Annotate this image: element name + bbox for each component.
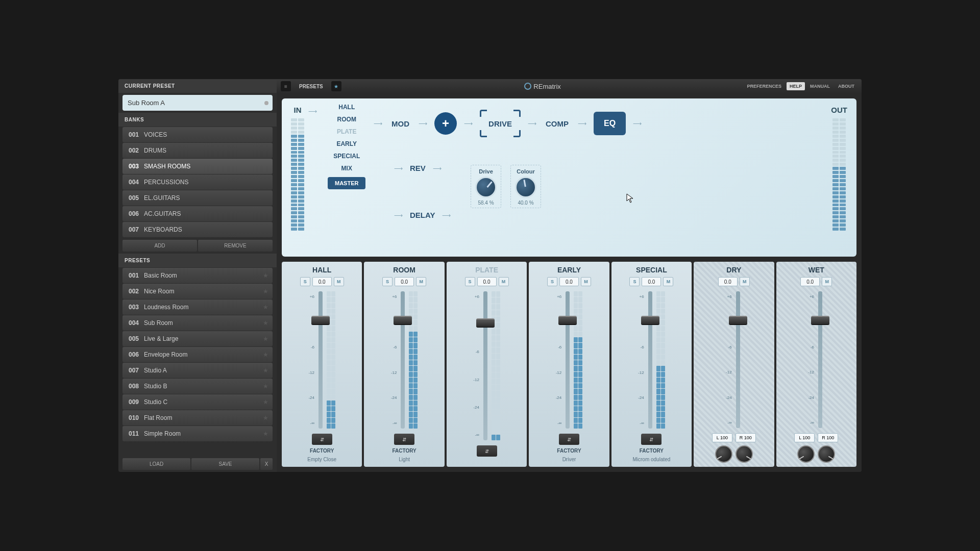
bank-item[interactable]: 004PERCUSSIONS	[122, 174, 273, 190]
star-icon[interactable]: ★	[263, 319, 268, 327]
pan-right-value[interactable]: R 100	[736, 433, 756, 442]
channel-edit-button[interactable]: ⇵	[559, 434, 579, 445]
gain-value[interactable]: 0.0	[395, 277, 414, 286]
solo-button[interactable]: S	[300, 277, 310, 286]
current-preset-input[interactable]: Sub Room A	[122, 95, 273, 111]
fader-handle[interactable]	[641, 316, 659, 325]
about-link[interactable]: ABOUT	[835, 82, 857, 90]
colour-knob[interactable]	[515, 177, 536, 198]
add-button[interactable]: ADD	[122, 240, 197, 252]
fader-track[interactable]	[648, 291, 652, 429]
pan-right-knob[interactable]	[818, 445, 835, 463]
master-button[interactable]: MASTER	[328, 177, 365, 189]
comp-node[interactable]: COMP	[544, 116, 571, 131]
gain-value[interactable]: 0.0	[312, 277, 332, 286]
preset-item[interactable]: 001Basic Room★	[122, 268, 273, 283]
preset-item[interactable]: 011Simple Room★	[122, 426, 273, 441]
preset-item[interactable]: 003Loudness Room★	[122, 299, 273, 315]
manual-link[interactable]: MANUAL	[807, 82, 833, 90]
stage-room[interactable]: ROOM	[337, 116, 356, 123]
channel-edit-button[interactable]: ⇵	[477, 445, 497, 457]
pan-left-knob[interactable]	[715, 445, 732, 463]
mute-button[interactable]: M	[334, 277, 344, 286]
bank-item[interactable]: 001VOICES	[122, 127, 273, 142]
preferences-link[interactable]: PREFERENCES	[744, 82, 785, 90]
preset-item[interactable]: 004Sub Room★	[122, 315, 273, 331]
preset-item[interactable]: 006Envelope Room★	[122, 347, 273, 362]
fader-track[interactable]	[401, 291, 405, 429]
solo-button[interactable]: S	[629, 277, 640, 286]
presets-tab[interactable]: PRESETS	[295, 82, 327, 91]
mute-button[interactable]: M	[822, 277, 832, 286]
star-icon[interactable]: ★	[263, 304, 268, 311]
star-icon[interactable]: ★	[263, 367, 268, 374]
mod-node[interactable]: MOD	[389, 116, 411, 131]
preset-item[interactable]: 008Studio B★	[122, 379, 273, 394]
remove-button[interactable]: REMOVE	[198, 240, 273, 252]
fader-track[interactable]	[318, 291, 323, 429]
mute-button[interactable]: M	[416, 277, 426, 286]
fader-handle[interactable]	[558, 316, 577, 325]
bank-item[interactable]: 005EL.GUITARS	[122, 190, 273, 206]
pan-right-value[interactable]: R 100	[818, 433, 838, 442]
mute-button[interactable]: M	[740, 277, 750, 286]
star-icon[interactable]: ★	[263, 288, 268, 295]
fader-track[interactable]	[566, 291, 570, 429]
fader-handle[interactable]	[394, 316, 412, 325]
solo-button[interactable]: S	[465, 277, 475, 286]
star-icon[interactable]: ★	[263, 272, 268, 279]
fader-handle[interactable]	[729, 316, 747, 325]
star-icon[interactable]: ★	[263, 430, 268, 437]
stage-early[interactable]: EARLY	[336, 140, 357, 147]
gain-value[interactable]: 0.0	[477, 277, 497, 286]
fader-track[interactable]	[736, 291, 740, 428]
mute-button[interactable]: M	[499, 277, 509, 286]
pan-left-value[interactable]: L 100	[712, 433, 732, 442]
favorite-icon[interactable]: ★	[331, 81, 341, 91]
channel-edit-button[interactable]: ⇵	[312, 434, 332, 445]
fader-handle[interactable]	[311, 316, 330, 325]
stage-special[interactable]: SPECIAL	[333, 153, 360, 160]
star-icon[interactable]: ★	[263, 414, 268, 421]
stage-hall[interactable]: HALL	[338, 104, 355, 111]
pan-right-knob[interactable]	[736, 445, 753, 463]
drive-node[interactable]: DRIVE	[480, 110, 521, 137]
mute-button[interactable]: M	[663, 277, 673, 286]
bank-item[interactable]: 006AC.GUITARS	[122, 206, 273, 221]
gain-value[interactable]: 0.0	[642, 277, 661, 286]
bank-item[interactable]: 007KEYBOARDS	[122, 222, 273, 237]
preset-item[interactable]: 009Studio C★	[122, 394, 273, 410]
gain-value[interactable]: 0.0	[559, 277, 579, 286]
rev-node[interactable]: REV	[408, 161, 428, 176]
solo-button[interactable]: S	[547, 277, 557, 286]
solo-button[interactable]: S	[382, 277, 393, 286]
drive-knob[interactable]	[475, 177, 497, 198]
fader-handle[interactable]	[811, 316, 829, 325]
preset-item[interactable]: 005Live & Large★	[122, 331, 273, 346]
eq-node[interactable]: EQ	[594, 112, 626, 135]
load-button[interactable]: LOAD	[122, 458, 190, 470]
bank-item[interactable]: 003SMASH ROOMS	[122, 159, 273, 174]
star-icon[interactable]: ★	[263, 351, 268, 358]
gain-value[interactable]: 0.0	[718, 277, 738, 286]
channel-edit-button[interactable]: ⇵	[394, 434, 414, 445]
mute-button[interactable]: M	[581, 277, 591, 286]
pan-left-value[interactable]: L 100	[794, 433, 815, 442]
pan-left-knob[interactable]	[797, 445, 815, 463]
gain-value[interactable]: 0.0	[800, 277, 820, 286]
preset-item[interactable]: 010Flat Room★	[122, 410, 273, 425]
delay-node[interactable]: DELAY	[408, 208, 437, 222]
preset-item[interactable]: 002Nice Room★	[122, 284, 273, 299]
help-link[interactable]: HELP	[787, 82, 805, 90]
add-node-icon[interactable]: +	[434, 112, 457, 135]
preset-item[interactable]: 007Studio A★	[122, 363, 273, 378]
stage-plate[interactable]: PLATE	[337, 128, 356, 135]
save-button[interactable]: SAVE	[191, 458, 259, 470]
fader-track[interactable]	[483, 291, 487, 440]
fader-handle[interactable]	[476, 318, 495, 328]
bank-item[interactable]: 002DRUMS	[122, 143, 273, 158]
star-icon[interactable]: ★	[263, 335, 268, 342]
close-button[interactable]: X	[260, 458, 273, 470]
fader-track[interactable]	[818, 291, 822, 428]
stage-mix[interactable]: MIX	[341, 165, 352, 172]
